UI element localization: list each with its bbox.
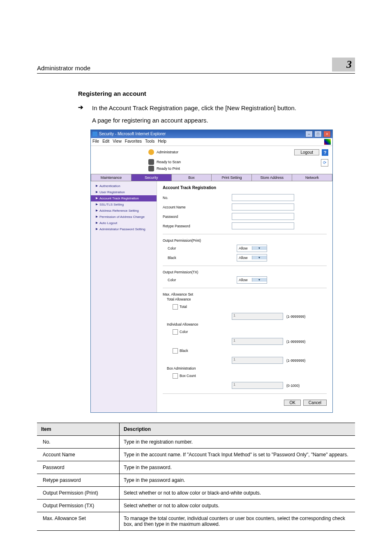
chevron-down-icon: ▾ (252, 246, 267, 250)
tab-print-setting[interactable]: Print Setting (212, 174, 252, 181)
label-total-checkbox: Total (163, 304, 238, 310)
select-tx-color[interactable]: Allow▾ (237, 276, 267, 284)
sidebar-item-user-registration[interactable]: ▶User Registration (91, 189, 157, 195)
ready-print-label: Ready to Print (157, 166, 180, 171)
sidebar-item-ssl[interactable]: ▶SSL/TLS Setting (91, 201, 157, 208)
chevron-down-icon: ▾ (252, 278, 267, 282)
cancel-button[interactable]: Cancel (303, 400, 327, 406)
label-print-black: Black (163, 256, 233, 260)
input-total[interactable]: 1 (232, 313, 283, 320)
input-retype-password[interactable] (232, 222, 294, 229)
range-black: (1-9999999) (286, 358, 305, 363)
ie-throbber-icon (324, 139, 331, 145)
menu-favorites[interactable]: Favorites (125, 139, 142, 145)
side-nav: ▶Authentication ▶User Registration ▶Acco… (91, 181, 157, 412)
help-icon[interactable]: ? (322, 149, 328, 156)
input-box-count[interactable]: 1 (232, 382, 283, 389)
table-row: Output Permission (Print)Select whether … (37, 486, 355, 499)
table-row: No.Type in the registration number. (37, 435, 355, 448)
input-color[interactable]: 1 (232, 338, 283, 345)
label-max-allowance-set: Max. Allowance Set (163, 292, 327, 296)
scanner-icon (148, 159, 154, 165)
step-1-text: In the Account Track Registration page, … (92, 104, 296, 113)
range-total: (1-9999999) (286, 314, 305, 319)
ok-button[interactable]: OK (284, 400, 300, 406)
label-total-allowance: Total Allowance (163, 297, 327, 301)
close-button[interactable]: × (323, 131, 331, 137)
minimize-button[interactable]: – (305, 131, 313, 137)
sidebar-item-address-ref[interactable]: ▶Address Reference Setting (91, 208, 157, 214)
panel-heading: Account Track Registration (163, 185, 327, 190)
label-color-checkbox: Color (163, 329, 238, 335)
window-title: Security - Microsoft Internet Explorer (99, 132, 166, 136)
chevron-down-icon: ▾ (252, 256, 267, 259)
select-print-black[interactable]: Allow▾ (237, 254, 267, 261)
tab-box[interactable]: Box (172, 174, 212, 181)
sidebar-item-authentication[interactable]: ▶Authentication (91, 183, 157, 189)
label-output-permission-tx: Output Permission(TX) (163, 270, 327, 274)
checkbox-total[interactable] (173, 304, 178, 310)
menu-help[interactable]: Help (158, 139, 166, 145)
th-description: Description (120, 423, 355, 435)
ie-menubar: File Edit View Favorites Tools Help (91, 138, 332, 146)
tab-network[interactable]: Network (292, 174, 332, 181)
logout-button[interactable]: Logout (294, 149, 319, 155)
input-account-name[interactable] (232, 204, 294, 210)
window-titlebar: Security - Microsoft Internet Explorer –… (91, 130, 332, 138)
sidebar-item-admin-password[interactable]: ▶Administrator Password Setting (91, 226, 157, 232)
table-row: Account NameType in the account name. If… (37, 448, 355, 461)
label-password: Password (163, 215, 228, 219)
table-row: Retype passwordType in the password agai… (37, 474, 355, 486)
table-row: Max. Allowance SetTo manage the total co… (37, 512, 355, 530)
tab-maintenance[interactable]: Maintenance (91, 174, 131, 181)
menu-file[interactable]: File (92, 139, 99, 145)
label-retype-password: Retype Password (163, 224, 228, 228)
input-no[interactable] (232, 194, 294, 201)
nav-tabs: Maintenance Security Box Print Setting S… (91, 174, 332, 181)
input-black[interactable]: 1 (232, 357, 283, 364)
page-header: Administrator mode 3 (37, 58, 355, 74)
section-heading: Registering an account (78, 90, 355, 97)
ready-scan-label: Ready to Scan (157, 160, 181, 164)
arrow-icon: ➔ (78, 104, 92, 113)
checkbox-black[interactable] (173, 348, 178, 354)
sidebar-item-account-track[interactable]: ▶Account Track Registration (91, 195, 157, 201)
sidebar-item-auto-logout[interactable]: ▶Auto Logout (91, 220, 157, 226)
select-print-color[interactable]: Allow▾ (237, 245, 267, 252)
admin-label: Administrator (157, 150, 178, 154)
refresh-icon[interactable]: ⟳ (321, 159, 328, 166)
label-no: No. (163, 196, 228, 200)
step-1-result: A page for registering an account appear… (92, 117, 355, 124)
maximize-button[interactable]: □ (314, 131, 322, 137)
menu-edit[interactable]: Edit (102, 139, 109, 145)
step-1: ➔ In the Account Track Registration page… (78, 104, 355, 113)
tab-security[interactable]: Security (131, 174, 172, 181)
menu-tools[interactable]: Tools (145, 139, 154, 145)
label-box-administration: Box Administration (163, 366, 327, 370)
chapter-number: 3 (332, 58, 355, 72)
label-account-name: Account Name (163, 205, 228, 209)
sidebar-item-perm-change[interactable]: ▶Permission of Address Change (91, 214, 157, 220)
main-panel: Account Track Registration No. Account N… (157, 181, 332, 412)
label-black-checkbox: Black (163, 348, 238, 354)
table-row: PasswordType in the password. (37, 461, 355, 474)
checkbox-box-count[interactable] (173, 373, 178, 379)
printer-icon (148, 166, 154, 171)
tab-store-address[interactable]: Store Address (252, 174, 292, 181)
label-print-color: Color (163, 246, 233, 250)
label-individual-allowance: Individual Allowance (163, 322, 327, 326)
th-item: Item (37, 423, 120, 435)
range-box-count: (0-1000) (286, 384, 300, 388)
checkbox-color[interactable] (173, 329, 178, 335)
description-table: Item Description No.Type in the registra… (37, 423, 355, 531)
input-password[interactable] (232, 213, 294, 220)
header-title: Administrator mode (37, 65, 332, 72)
ie-icon (92, 132, 97, 136)
range-color: (1-9999999) (286, 340, 305, 344)
screenshot-window: Security - Microsoft Internet Explorer –… (90, 130, 333, 413)
label-box-count-checkbox: Box Count (163, 373, 238, 379)
table-row: Output Permission (TX)Select whether or … (37, 499, 355, 512)
menu-view[interactable]: View (113, 139, 122, 145)
label-tx-color: Color (163, 278, 233, 282)
label-output-permission-print: Output Permission(Print) (163, 238, 327, 243)
